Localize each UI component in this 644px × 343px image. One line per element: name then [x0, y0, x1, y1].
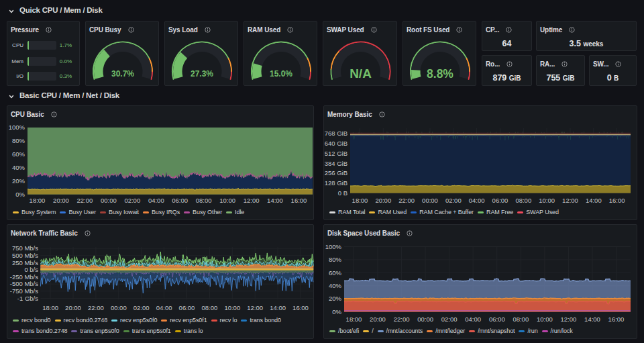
svg-text:60%: 60% — [329, 269, 342, 277]
svg-text:00:00: 00:00 — [417, 315, 433, 323]
svg-text:00:00: 00:00 — [111, 304, 127, 311]
svg-text:22:00: 22:00 — [394, 315, 410, 323]
svg-text:60%: 60% — [12, 150, 25, 158]
svg-text:18:00: 18:00 — [346, 315, 362, 323]
svg-text:12:00: 12:00 — [244, 197, 260, 204]
svg-text:10:00: 10:00 — [224, 304, 240, 311]
svg-text:04:00: 04:00 — [148, 197, 164, 204]
svg-text:384 GiB: 384 GiB — [325, 160, 347, 167]
svg-text:128 GiB: 128 GiB — [325, 179, 347, 187]
svg-text:22:00: 22:00 — [77, 197, 93, 204]
svg-text:18:00: 18:00 — [30, 197, 46, 204]
svg-text:16:00: 16:00 — [609, 197, 625, 204]
svg-text:100%: 100% — [325, 243, 342, 250]
svg-text:20:00: 20:00 — [65, 304, 81, 311]
svg-text:06:00: 06:00 — [172, 197, 188, 204]
svg-text:20:00: 20:00 — [53, 197, 69, 204]
svg-text:14:00: 14:00 — [586, 197, 602, 204]
svg-text:12:00: 12:00 — [562, 197, 578, 204]
svg-text:02:00: 02:00 — [445, 197, 462, 204]
svg-text:16:00: 16:00 — [608, 315, 625, 323]
svg-text:06:00: 06:00 — [492, 197, 508, 204]
svg-text:10:00: 10:00 — [537, 315, 553, 323]
svg-text:02:00: 02:00 — [133, 304, 150, 311]
svg-text:0 B: 0 B — [338, 189, 347, 197]
svg-text:100%: 100% — [9, 124, 25, 131]
svg-text:02:00: 02:00 — [441, 315, 458, 323]
svg-text:0 b/s: 0 b/s — [24, 266, 38, 273]
svg-text:00:00: 00:00 — [422, 197, 438, 204]
svg-text:640 GiB: 640 GiB — [325, 140, 347, 147]
svg-text:04:00: 04:00 — [469, 197, 485, 204]
svg-text:80%: 80% — [12, 137, 25, 144]
svg-text:250 Mb/s: 250 Mb/s — [12, 259, 38, 266]
svg-text:12:00: 12:00 — [247, 304, 263, 311]
svg-text:08:00: 08:00 — [196, 197, 212, 204]
svg-text:30.7%: 30.7% — [111, 69, 134, 79]
svg-text:00:00: 00:00 — [101, 197, 117, 204]
svg-text:06:00: 06:00 — [179, 304, 195, 311]
svg-text:-1 Gb/s: -1 Gb/s — [17, 295, 38, 302]
svg-text:22:00: 22:00 — [398, 197, 415, 204]
svg-text:20%: 20% — [329, 295, 342, 302]
svg-text:08:00: 08:00 — [513, 315, 529, 323]
svg-text:256 GiB: 256 GiB — [325, 169, 347, 177]
svg-text:0%: 0% — [332, 308, 341, 315]
svg-text:80%: 80% — [329, 256, 342, 263]
svg-text:768 GiB: 768 GiB — [325, 130, 347, 137]
svg-text:20:00: 20:00 — [375, 197, 391, 204]
svg-text:08:00: 08:00 — [515, 197, 531, 204]
svg-text:16:00: 16:00 — [291, 197, 307, 204]
svg-text:15.0%: 15.0% — [270, 69, 292, 79]
svg-text:20:00: 20:00 — [370, 315, 386, 323]
svg-text:-250 Mb/s: -250 Mb/s — [10, 273, 38, 281]
svg-text:10:00: 10:00 — [219, 197, 235, 204]
svg-text:14:00: 14:00 — [270, 304, 286, 311]
svg-text:500 Mb/s: 500 Mb/s — [12, 252, 38, 259]
svg-text:12:00: 12:00 — [561, 315, 577, 323]
svg-text:16:00: 16:00 — [292, 304, 309, 311]
svg-text:-750 Mb/s: -750 Mb/s — [10, 287, 38, 295]
svg-text:02:00: 02:00 — [124, 197, 140, 204]
svg-text:0%: 0% — [15, 191, 25, 198]
svg-text:04:00: 04:00 — [465, 315, 481, 323]
svg-text:N/A: N/A — [350, 66, 372, 81]
svg-text:750 Mb/s: 750 Mb/s — [12, 244, 38, 252]
svg-text:18:00: 18:00 — [352, 197, 368, 204]
svg-text:8.8%: 8.8% — [427, 67, 453, 81]
svg-text:04:00: 04:00 — [156, 304, 172, 311]
svg-text:22:00: 22:00 — [88, 304, 104, 311]
svg-text:10:00: 10:00 — [539, 197, 555, 204]
svg-text:14:00: 14:00 — [267, 197, 283, 204]
svg-text:40%: 40% — [12, 164, 25, 171]
svg-text:40%: 40% — [329, 282, 342, 289]
svg-text:06:00: 06:00 — [489, 315, 505, 323]
svg-text:20%: 20% — [12, 177, 25, 185]
svg-text:-500 Mb/s: -500 Mb/s — [10, 280, 38, 287]
svg-text:18:00: 18:00 — [42, 304, 58, 311]
svg-text:08:00: 08:00 — [202, 304, 218, 311]
svg-text:27.3%: 27.3% — [191, 69, 213, 79]
svg-text:14:00: 14:00 — [584, 315, 600, 323]
svg-text:512 GiB: 512 GiB — [325, 150, 347, 157]
